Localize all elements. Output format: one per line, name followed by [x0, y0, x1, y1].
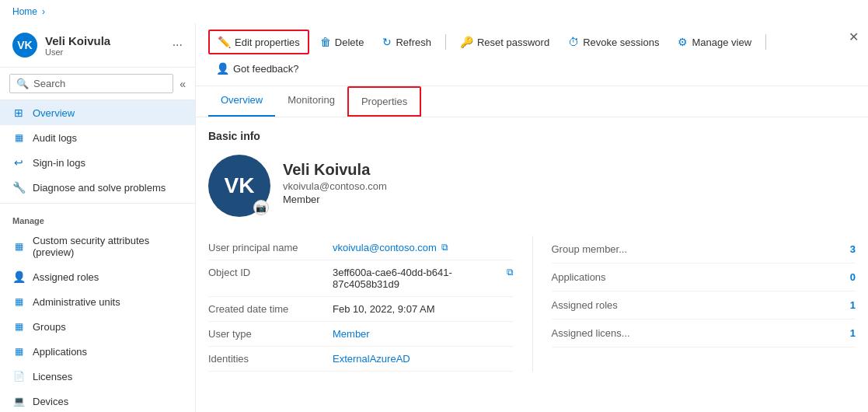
assigned-roles-stats-label: Assigned roles — [552, 299, 618, 311]
profile-info: Veli Koivula vkoivula@contoso.com Member — [283, 155, 387, 205]
nav-custom-security-label: Custom security attributes (preview) — [33, 235, 183, 258]
tabs-container: Overview Monitoring Properties — [196, 86, 868, 117]
created-date-row: Created date time Feb 10, 2022, 9:07 AM — [208, 297, 514, 322]
assigned-roles-icon: 👤 — [12, 271, 25, 283]
user-type-value[interactable]: Member — [333, 328, 370, 340]
tab-properties[interactable]: Properties — [347, 86, 421, 117]
revoke-sessions-icon: ⏱ — [568, 36, 579, 48]
audit-logs-icon: ▦ — [12, 131, 25, 144]
applications-stats-row: Applications 0 — [552, 264, 856, 292]
nav-devices[interactable]: 💻 Devices — [0, 389, 195, 412]
tab-monitoring[interactable]: Monitoring — [275, 86, 347, 117]
got-feedback-label: Got feedback? — [233, 63, 299, 75]
assigned-roles-stats-value[interactable]: 1 — [850, 299, 856, 311]
nav-sign-in-logs[interactable]: ↩ Sign-in logs — [0, 150, 195, 175]
nav-custom-security[interactable]: ▦ Custom security attributes (preview) — [0, 229, 195, 264]
profile-section: VK 📷 Veli Koivula vkoivula@contoso.com M… — [208, 155, 856, 217]
nav-overview-label: Overview — [33, 107, 75, 119]
camera-icon[interactable]: 📷 — [253, 200, 269, 215]
breadcrumb-separator: › — [42, 6, 45, 17]
licenses-icon: 📄 — [12, 370, 25, 382]
nav-sign-in-logs-label: Sign-in logs — [33, 157, 85, 169]
user-type-label: User type — [208, 328, 333, 340]
edit-icon: ✏️ — [218, 36, 231, 48]
devices-icon: 💻 — [12, 395, 25, 407]
nav-assigned-roles-label: Assigned roles — [33, 271, 99, 283]
group-members-value[interactable]: 3 — [850, 243, 856, 255]
search-icon: 🔍 — [16, 78, 29, 89]
basic-info-title: Basic info — [208, 130, 856, 142]
assigned-licenses-row: Assigned licens... 1 — [552, 319, 856, 347]
user-header: VK Veli Koivula User ··· — [0, 23, 195, 68]
upn-value[interactable]: vkoivula@contoso.com — [333, 242, 437, 253]
avatar-initials: VK — [225, 173, 255, 198]
toolbar-separator-2 — [765, 34, 766, 50]
got-feedback-button[interactable]: 👤 Got feedback? — [208, 58, 307, 79]
user-header-info: Veli Koivula User — [45, 34, 165, 57]
refresh-icon: ↻ — [382, 36, 392, 48]
revoke-sessions-button[interactable]: ⏱ Revoke sessions — [560, 31, 667, 53]
nav-applications[interactable]: ▦ Applications — [0, 339, 195, 364]
manage-view-icon: ⚙ — [678, 36, 688, 48]
nav-audit-logs-label: Audit logs — [33, 132, 77, 144]
group-members-row: Group member... 3 — [552, 236, 856, 264]
object-id-copy-icon[interactable]: ⧉ — [507, 267, 514, 290]
nav-admin-units-label: Administrative units — [33, 296, 120, 308]
overview-icon: ⊞ — [12, 106, 25, 119]
nav-licenses[interactable]: 📄 Licenses — [0, 364, 195, 389]
close-button[interactable]: ✕ — [849, 30, 859, 44]
identities-row: Identities ExternalAzureAD — [208, 347, 514, 372]
nav-devices-label: Devices — [33, 396, 68, 407]
overview-panel: Basic info VK 📷 Veli Koivula vkoivula@co… — [196, 117, 868, 412]
nav-diagnose[interactable]: 🔧 Diagnose and solve problems — [0, 175, 195, 200]
refresh-button[interactable]: ↻ Refresh — [375, 31, 439, 53]
delete-button[interactable]: 🗑 Delete — [312, 31, 372, 53]
nav-admin-units[interactable]: ▦ Administrative units — [0, 289, 195, 314]
more-options-button[interactable]: ··· — [173, 38, 183, 52]
diagnose-icon: 🔧 — [12, 181, 25, 194]
identities-value[interactable]: ExternalAzureAD — [333, 353, 410, 365]
manage-section-label: Manage — [0, 207, 195, 229]
nav-diagnose-label: Diagnose and solve problems — [33, 182, 166, 194]
edit-properties-label: Edit properties — [235, 37, 300, 48]
applications-stats-value[interactable]: 0 — [850, 271, 856, 283]
created-date-value: Feb 10, 2022, 9:07 AM — [333, 303, 435, 315]
delete-icon: 🗑 — [320, 36, 331, 48]
nav-groups[interactable]: ▦ Groups — [0, 314, 195, 339]
refresh-label: Refresh — [396, 37, 431, 48]
toolbar: ✏️ Edit properties 🗑 Delete ↻ Refresh 🔑 … — [196, 23, 868, 86]
upn-row: User principal name vkoivula@contoso.com… — [208, 236, 514, 260]
applications-icon: ▦ — [12, 345, 25, 358]
toolbar-separator-1 — [445, 34, 446, 50]
upn-copy-icon[interactable]: ⧉ — [441, 242, 448, 253]
breadcrumb: Home › — [0, 0, 868, 23]
group-members-label: Group member... — [552, 243, 628, 255]
nav-overview[interactable]: ⊞ Overview — [0, 100, 195, 125]
feedback-icon: 👤 — [216, 62, 229, 75]
manage-view-button[interactable]: ⚙ Manage view — [670, 31, 759, 53]
assigned-licenses-value[interactable]: 1 — [850, 327, 856, 339]
revoke-sessions-label: Revoke sessions — [583, 37, 659, 48]
groups-icon: ▦ — [12, 320, 25, 333]
user-name-header: Veli Koivula — [45, 34, 165, 47]
profile-member-type: Member — [283, 194, 387, 205]
reset-password-button[interactable]: 🔑 Reset password — [452, 31, 557, 53]
profile-name: Veli Koivula — [283, 161, 387, 179]
manage-view-label: Manage view — [692, 37, 751, 48]
breadcrumb-home[interactable]: Home — [12, 6, 37, 17]
identities-label: Identities — [208, 353, 333, 365]
collapse-sidebar-button[interactable]: « — [180, 78, 186, 90]
info-left-column: User principal name vkoivula@contoso.com… — [208, 236, 532, 372]
user-role-header: User — [45, 47, 165, 57]
sign-in-logs-icon: ↩ — [12, 156, 25, 169]
nav-groups-label: Groups — [33, 321, 66, 333]
nav-audit-logs[interactable]: ▦ Audit logs — [0, 125, 195, 150]
search-placeholder: Search — [33, 78, 65, 89]
search-input[interactable]: 🔍 Search — [9, 74, 173, 93]
nav-assigned-roles[interactable]: 👤 Assigned roles — [0, 264, 195, 289]
edit-properties-button[interactable]: ✏️ Edit properties — [208, 30, 309, 54]
object-id-row: Object ID 3eff600a-cae6-40dd-b641-87c405… — [208, 260, 514, 297]
delete-label: Delete — [335, 37, 364, 48]
tab-overview[interactable]: Overview — [208, 86, 275, 117]
main-content: ✕ ✏️ Edit properties 🗑 Delete ↻ Refresh … — [196, 23, 868, 412]
